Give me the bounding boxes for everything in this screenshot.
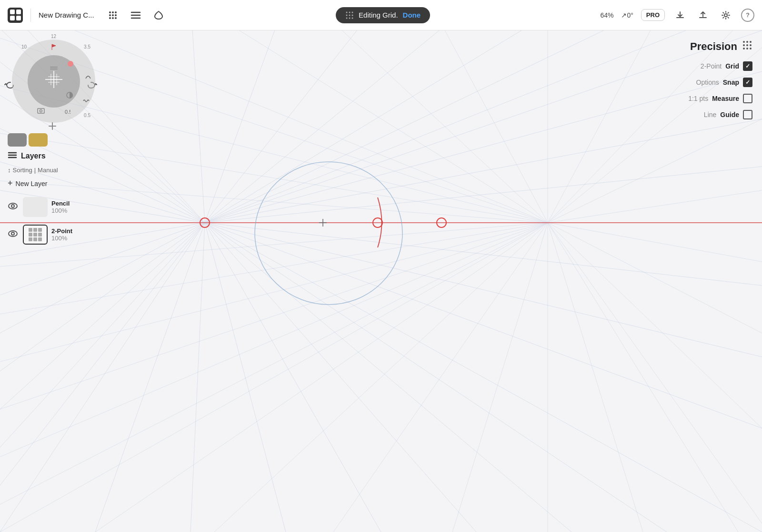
- svg-point-75: [437, 218, 446, 227]
- svg-point-119: [11, 205, 14, 207]
- svg-line-35: [205, 0, 476, 223]
- svg-line-20: [205, 223, 476, 532]
- layer-thumb-2point[interactable]: [23, 225, 48, 245]
- layers-label: Layers: [21, 152, 46, 160]
- layer-visibility-pencil[interactable]: [8, 202, 19, 212]
- svg-point-99: [352, 17, 353, 19]
- svg-line-52: [95, 223, 548, 532]
- app-logo[interactable]: [8, 8, 23, 23]
- wheel-center[interactable]: [45, 71, 62, 91]
- topbar-icons: [106, 8, 166, 22]
- topbar-center: Editing Grid. Done: [166, 7, 601, 23]
- shape-icon[interactable]: [151, 8, 166, 22]
- layer-name-pencil[interactable]: Pencil: [51, 200, 70, 207]
- svg-point-79: [109, 11, 111, 13]
- layer-visibility-2point[interactable]: [8, 230, 19, 240]
- svg-line-37: [205, 0, 286, 223]
- svg-line-69: [429, 0, 548, 223]
- plus-icon: +: [8, 178, 13, 188]
- tool-wheel: 12 3.5 10 0.5: [5, 32, 105, 132]
- svg-point-129: [746, 48, 748, 49]
- svg-line-70: [310, 0, 548, 223]
- svg-line-24: [205, 223, 762, 428]
- precision-row-grid: 2-Point Grid ✓: [619, 61, 752, 71]
- topbar-left: New Drawing C...: [8, 8, 166, 23]
- precision-row-snap: Options Snap ✓: [619, 78, 752, 87]
- snap-toggle[interactable]: ✓: [743, 78, 752, 87]
- svg-point-121: [11, 232, 14, 235]
- brightness-icon[interactable]: [66, 91, 73, 101]
- svg-point-84: [115, 14, 117, 16]
- zoom-level[interactable]: 64%: [600, 11, 613, 19]
- svg-point-93: [352, 11, 353, 13]
- grid-icon[interactable]: [106, 8, 120, 22]
- svg-point-98: [349, 17, 351, 19]
- pill-grid-icon: [345, 11, 354, 20]
- topbar: New Drawing C...: [0, 0, 762, 30]
- svg-line-50: [0, 223, 548, 504]
- layer-thumb-pencil[interactable]: [23, 197, 48, 217]
- precision-header: Precision: [619, 40, 752, 53]
- done-button[interactable]: Done: [403, 11, 421, 19]
- pro-badge[interactable]: PRO: [641, 9, 665, 21]
- svg-line-34: [205, 0, 572, 223]
- snap-label2: Snap: [723, 79, 739, 86]
- svg-line-21: [205, 223, 572, 532]
- layers-menu-icon: [8, 151, 17, 161]
- layer-opacity-pencil: 100%: [51, 207, 70, 214]
- svg-line-19: [205, 223, 381, 532]
- precision-grid-icon[interactable]: [742, 40, 752, 53]
- svg-line-61: [548, 223, 762, 333]
- new-layer-button[interactable]: + New Layer: [8, 178, 92, 188]
- svg-point-94: [346, 14, 348, 16]
- dot-tool[interactable]: 0.5: [64, 108, 70, 117]
- svg-point-73: [200, 218, 210, 227]
- svg-point-78: [255, 162, 402, 305]
- wave-tool[interactable]: [83, 98, 90, 106]
- guide-toggle[interactable]: [743, 110, 752, 119]
- document-title[interactable]: New Drawing C...: [39, 11, 94, 19]
- svg-line-62: [548, 223, 762, 262]
- tool-wheel-inner[interactable]: [28, 55, 80, 108]
- svg-point-86: [112, 17, 114, 19]
- settings-icon[interactable]: [718, 8, 733, 23]
- svg-point-122: [743, 41, 745, 43]
- measure-label2: Measure: [712, 95, 739, 102]
- help-icon[interactable]: ?: [741, 9, 754, 22]
- measure-toggle[interactable]: [743, 94, 752, 103]
- download-icon[interactable]: [672, 8, 688, 23]
- svg-line-64: [548, 119, 762, 223]
- svg-rect-102: [38, 108, 44, 113]
- photo-icon[interactable]: [37, 108, 45, 116]
- svg-text:0.5: 0.5: [65, 109, 70, 115]
- svg-point-83: [112, 14, 114, 16]
- add-tool-button[interactable]: [47, 121, 58, 133]
- curve-tool-right[interactable]: [85, 73, 91, 81]
- layer-name-2point[interactable]: 2-Point: [51, 227, 72, 235]
- topbar-right: 64% ↗0° PRO ?: [600, 8, 754, 23]
- tool-wheel-outer[interactable]: 12 3.5 10 0.5: [12, 39, 95, 123]
- angle-value[interactable]: ↗0°: [621, 11, 633, 19]
- grid-toggle-check: ✓: [745, 63, 750, 69]
- wheel-num-tr: 3.5: [84, 44, 90, 49]
- svg-line-53: [214, 223, 548, 532]
- color-swatch-gray[interactable]: [8, 133, 27, 147]
- menu-icon[interactable]: [129, 8, 143, 22]
- svg-line-59: [548, 223, 762, 523]
- svg-point-103: [40, 110, 42, 112]
- svg-point-127: [750, 44, 752, 46]
- color-swatch-gold[interactable]: [29, 133, 48, 147]
- grid-toggle[interactable]: ✓: [743, 61, 752, 71]
- svg-line-57: [548, 223, 643, 532]
- svg-line-49: [0, 223, 548, 457]
- svg-point-85: [109, 17, 111, 19]
- svg-line-36: [205, 0, 381, 223]
- snap-label1: Options: [696, 79, 719, 86]
- upload-icon[interactable]: [695, 8, 711, 23]
- svg-line-18: [205, 223, 286, 532]
- svg-point-125: [743, 44, 745, 46]
- precision-panel: Precision 2-Point Grid ✓ Options Snap: [610, 32, 762, 134]
- sorting-value: Manual: [38, 167, 58, 174]
- layer-item-2point: 2-Point 100%: [8, 223, 92, 246]
- svg-line-63: [548, 190, 762, 223]
